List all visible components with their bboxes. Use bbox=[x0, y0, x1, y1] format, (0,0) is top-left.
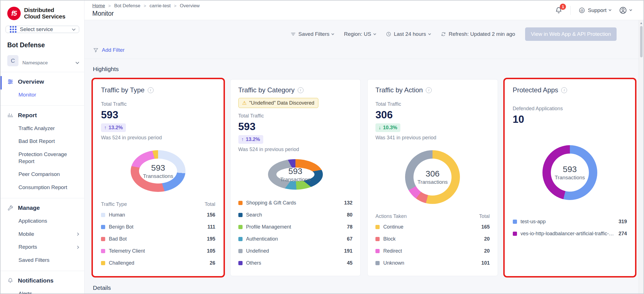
legend-item-redirect[interactable]: Redirect20 bbox=[375, 245, 490, 257]
legend-label: Bad Bot bbox=[109, 236, 127, 242]
view-in-waap-button[interactable]: View in Web App & API Protection bbox=[525, 27, 617, 41]
legend-item-shopping-gift-cards[interactable]: Shopping & Gift Cards132 bbox=[238, 197, 353, 209]
funnel-icon bbox=[93, 47, 99, 53]
breadcrumb-bot-defense[interactable]: Bot Defense bbox=[114, 3, 140, 9]
sidebar-item-applications[interactable]: Applications bbox=[1, 215, 84, 228]
time-range-dropdown[interactable]: Last 24 hours bbox=[386, 31, 431, 37]
stat-value: 593 bbox=[238, 121, 353, 133]
stat-value: 10 bbox=[513, 114, 627, 125]
legend-item-others[interactable]: Others45 bbox=[238, 257, 353, 269]
sidebar-item-mobile[interactable]: Mobile bbox=[1, 228, 84, 241]
refresh-button[interactable]: Refresh: Updated 2 min ago bbox=[441, 31, 515, 37]
legend-item-search[interactable]: Search80 bbox=[238, 209, 353, 221]
namespace-selector[interactable]: C Namespace bbox=[1, 51, 84, 72]
sidebar-section-manage[interactable]: Manage bbox=[1, 201, 84, 215]
breadcrumb-overview[interactable]: Overview bbox=[180, 3, 200, 9]
warning-icon: ⚠ bbox=[242, 100, 247, 106]
sidebar-item-monitor[interactable]: Monitor bbox=[1, 88, 84, 102]
legend-value: 78 bbox=[344, 224, 352, 230]
info-icon[interactable]: i bbox=[148, 87, 154, 93]
support-menu[interactable]: @ Support bbox=[579, 7, 611, 14]
sidebar-item-consumption-report[interactable]: Consumption Report bbox=[1, 181, 84, 194]
breadcrumb-namespace[interactable]: carrie-test bbox=[149, 3, 171, 9]
arrow-down-icon: ↓ bbox=[379, 125, 381, 131]
sidebar-item-label: Consumption Report bbox=[18, 184, 67, 191]
legend-value: 20 bbox=[481, 236, 490, 242]
sidebar-item-alerts[interactable]: Alerts bbox=[1, 287, 84, 294]
donut-chart-traffic-by-action[interactable]: 306 Transactions bbox=[405, 150, 460, 204]
add-filter-button[interactable]: Add Filter bbox=[102, 47, 124, 53]
legend-swatch bbox=[238, 249, 243, 253]
sidebar-item-protection-coverage-report[interactable]: Protection Coverage Report bbox=[1, 148, 84, 168]
legend-value: 165 bbox=[478, 224, 490, 230]
donut-chart-traffic-by-type[interactable]: 593 Transactions bbox=[131, 150, 185, 192]
legend-item-challenged[interactable]: Challenged26 bbox=[101, 257, 215, 269]
vertical-scrollbar[interactable]: ▲ bbox=[639, 20, 643, 293]
legend-label: Others bbox=[246, 260, 261, 266]
donut-center-value: 593 bbox=[288, 166, 302, 176]
account-menu[interactable] bbox=[619, 6, 632, 15]
legend-item-unknown[interactable]: Unknown101 bbox=[375, 257, 490, 269]
info-icon[interactable]: i bbox=[561, 87, 567, 93]
sidebar-item-label: Alerts bbox=[18, 290, 32, 294]
sidebar-item-bad-bot-report[interactable]: Bad Bot Report bbox=[1, 135, 84, 148]
product-title: Bot Defense bbox=[1, 35, 84, 51]
previous-period-text: Was 341 in previous period bbox=[375, 135, 490, 141]
card-traffic-by-category: Traffic by Category i ⚠ "Undefined" Data… bbox=[230, 79, 361, 276]
legend-swatch bbox=[238, 225, 243, 229]
sidebar-item-traffic-analyzer[interactable]: Traffic Analyzer bbox=[1, 122, 84, 135]
donut-chart-protected-apps[interactable]: 593 Transactions bbox=[542, 145, 597, 200]
info-icon[interactable]: i bbox=[298, 87, 304, 93]
sidebar-section-notifications[interactable]: Notifications bbox=[1, 273, 84, 287]
legend-item-telemetry-client[interactable]: Telemetry Client105 bbox=[101, 245, 215, 257]
sidebar-item-saved-filters[interactable]: Saved Filters bbox=[1, 254, 84, 267]
select-service-dropdown[interactable]: Select service bbox=[6, 26, 79, 33]
sidebar-section-overview[interactable]: Overview bbox=[1, 74, 84, 88]
notifications-bell-button[interactable]: 1 bbox=[555, 6, 563, 14]
sidebar-item-label: Mobile bbox=[18, 231, 34, 238]
legend-item-human[interactable]: Human156 bbox=[101, 209, 215, 221]
legend-item-ves-io-http-loadbalancer-artificial-traffic-test[interactable]: ves-io-http-loadbalancer-artificial-traf… bbox=[513, 228, 627, 240]
sidebar-item-reports[interactable]: Reports bbox=[1, 241, 84, 254]
delta-value: 13.2% bbox=[109, 125, 123, 131]
brand-line2: Cloud Services bbox=[24, 13, 65, 20]
donut-chart-traffic-by-category[interactable]: 593 Transactions bbox=[268, 159, 323, 190]
brand-line1: Distributed bbox=[24, 7, 65, 13]
sidebar-item-peer-comparison[interactable]: Peer Comparison bbox=[1, 168, 84, 181]
legend-value: 274 bbox=[615, 231, 627, 237]
legend-item-bad-bot[interactable]: Bad Bot195 bbox=[101, 233, 215, 245]
legend-label: Continue bbox=[383, 224, 403, 230]
sidebar-section-label: Report bbox=[18, 112, 37, 119]
legend-item-undefined[interactable]: Undefined191 bbox=[238, 245, 353, 257]
breadcrumb-separator bbox=[144, 3, 146, 9]
breadcrumb-home[interactable]: Home bbox=[92, 3, 105, 9]
legend-item-profile-management[interactable]: Profile Management78 bbox=[238, 221, 353, 233]
f5-logo-icon: f5 bbox=[7, 7, 21, 20]
legend-label: Search bbox=[246, 212, 262, 218]
details-heading: Details bbox=[84, 276, 643, 291]
sidebar-item-label: Reports bbox=[18, 244, 37, 251]
notifications-icon bbox=[7, 277, 13, 284]
highlights-heading: Highlights bbox=[84, 59, 643, 77]
delta-value: 13.2% bbox=[246, 137, 260, 142]
legend-swatch bbox=[513, 232, 517, 236]
legend-item-continue[interactable]: Continue165 bbox=[375, 221, 490, 233]
legend-item-block[interactable]: Block20 bbox=[375, 233, 490, 245]
legend: Traffic Type Total Human156Benign Bot111… bbox=[101, 201, 215, 269]
sidebar-section-report[interactable]: Report bbox=[1, 108, 84, 122]
scrollbar-up-arrow[interactable]: ▲ bbox=[640, 20, 643, 25]
region-dropdown[interactable]: Region: US bbox=[344, 31, 375, 37]
previous-period-text: Was 524 in previous period bbox=[101, 135, 215, 141]
legend-swatch bbox=[101, 225, 105, 229]
legend-swatch bbox=[375, 225, 380, 229]
nav-section-overview: OverviewMonitor bbox=[1, 72, 84, 106]
legend-item-authentication[interactable]: Authentication67 bbox=[238, 233, 353, 245]
info-icon[interactable]: i bbox=[426, 87, 432, 93]
support-label: Support bbox=[588, 7, 607, 13]
scrollbar-thumb[interactable] bbox=[640, 26, 643, 57]
stat-label: Total Traffic bbox=[375, 101, 490, 107]
legend-item-test-us-app[interactable]: test-us-app319 bbox=[513, 216, 627, 228]
legend-item-benign-bot[interactable]: Benign Bot111 bbox=[101, 221, 215, 233]
saved-filters-dropdown[interactable]: Saved Filters bbox=[290, 31, 334, 37]
sidebar: f5 Distributed Cloud Services Select ser… bbox=[1, 1, 84, 293]
